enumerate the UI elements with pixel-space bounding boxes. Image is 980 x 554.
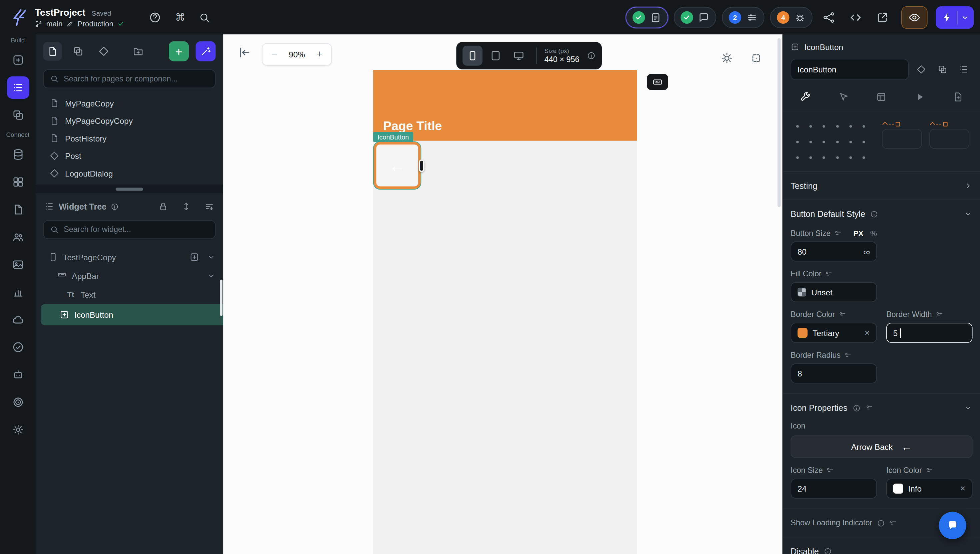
canvas-settings-button[interactable] bbox=[750, 52, 762, 64]
size-info-icon[interactable] bbox=[587, 51, 595, 60]
zoom-out-button[interactable]: − bbox=[266, 45, 282, 64]
border-width-input[interactable]: 5 bbox=[886, 323, 973, 343]
infinity-icon[interactable]: ∞ bbox=[863, 246, 870, 257]
rail-tests-button[interactable] bbox=[7, 364, 29, 386]
add-page-button[interactable]: + bbox=[169, 42, 189, 61]
border-color-input[interactable]: Tertiary ✕ bbox=[791, 323, 877, 343]
page-list-item[interactable]: PostHistory bbox=[36, 129, 223, 147]
canvas-size-value[interactable]: 440 × 956 bbox=[544, 55, 579, 64]
section-button-style[interactable]: Button Default Style bbox=[783, 200, 980, 228]
command-palette-icon[interactable]: ⌘ bbox=[175, 12, 185, 22]
tab-layout[interactable] bbox=[869, 84, 894, 109]
tab-animations[interactable] bbox=[907, 84, 932, 109]
create-component-button[interactable] bbox=[913, 61, 930, 78]
border-radius-input[interactable]: 8 bbox=[791, 364, 877, 383]
flutterflow-logo[interactable] bbox=[9, 6, 29, 29]
support-chat-button[interactable] bbox=[939, 512, 966, 539]
icon-color-input[interactable]: Info ✕ bbox=[886, 479, 973, 499]
selected-iconbutton-widget[interactable]: IconButton ← bbox=[374, 142, 421, 189]
environment-name[interactable]: Production bbox=[77, 19, 113, 28]
project-health-button[interactable] bbox=[625, 7, 668, 28]
set-from-variable-icon[interactable] bbox=[844, 351, 852, 359]
chevron-down-icon[interactable] bbox=[207, 253, 215, 261]
search-icon[interactable] bbox=[199, 12, 210, 23]
code-view-button[interactable] bbox=[845, 7, 866, 28]
unit-px[interactable]: PX bbox=[853, 229, 863, 238]
project-name[interactable]: TestProject bbox=[35, 7, 85, 18]
widget-tree-toggle-button[interactable] bbox=[955, 61, 972, 78]
canvas[interactable]: − 90% + Size (px) 440 × 956 Page bbox=[223, 34, 783, 554]
fill-color-unset-input[interactable]: Unset bbox=[791, 282, 877, 302]
zoom-in-button[interactable]: + bbox=[311, 45, 328, 64]
tree-node-iconbutton[interactable]: IconButton bbox=[41, 304, 223, 326]
branch-name[interactable]: main bbox=[46, 19, 63, 28]
widget-name-input[interactable]: IconButton bbox=[791, 59, 908, 80]
rail-files-button[interactable] bbox=[7, 198, 29, 220]
issues-button[interactable]: 4 bbox=[770, 7, 812, 28]
widget-search-input[interactable] bbox=[64, 225, 209, 234]
set-from-variable-icon[interactable] bbox=[935, 311, 943, 319]
component-list-item[interactable]: LogoutDialog bbox=[36, 164, 223, 182]
set-from-variable-icon[interactable] bbox=[838, 311, 846, 319]
breadcrumb-widget-name[interactable]: IconButton bbox=[804, 42, 843, 52]
padding-input[interactable] bbox=[929, 129, 969, 149]
info-icon[interactable] bbox=[852, 404, 860, 412]
run-button[interactable] bbox=[935, 6, 974, 29]
padding-input[interactable] bbox=[882, 129, 922, 149]
open-app-button[interactable] bbox=[872, 7, 893, 28]
chevron-down-icon[interactable] bbox=[207, 271, 215, 280]
rail-media-button[interactable] bbox=[7, 253, 29, 276]
iconbutton-preview[interactable]: ← bbox=[374, 142, 421, 189]
info-icon[interactable] bbox=[870, 210, 878, 218]
set-from-variable-icon[interactable] bbox=[865, 404, 873, 412]
comments-button[interactable] bbox=[674, 7, 716, 28]
info-icon[interactable] bbox=[824, 547, 832, 554]
add-widget-icon[interactable] bbox=[189, 252, 199, 262]
zoom-level[interactable]: 90% bbox=[285, 50, 309, 59]
info-icon[interactable] bbox=[111, 202, 119, 210]
device-tablet-button[interactable] bbox=[485, 46, 506, 66]
resize-handle[interactable] bbox=[419, 159, 425, 172]
preview-page-title[interactable]: Page Title bbox=[383, 119, 442, 133]
pages-tab-button[interactable] bbox=[43, 42, 62, 61]
expand-collapse-icon[interactable] bbox=[181, 201, 191, 212]
edit-environment-icon[interactable] bbox=[66, 20, 74, 27]
templates-tab-button[interactable] bbox=[94, 42, 113, 61]
set-from-variable-icon[interactable] bbox=[825, 270, 833, 278]
icon-size-input[interactable]: 24 bbox=[791, 479, 877, 499]
tab-documentation[interactable] bbox=[946, 84, 970, 109]
rail-cloud-functions-button[interactable] bbox=[7, 308, 29, 331]
section-testing[interactable]: Testing bbox=[783, 172, 980, 199]
button-size-input[interactable]: 80 ∞ bbox=[791, 242, 877, 262]
rail-components-button[interactable] bbox=[7, 104, 29, 126]
add-folder-button[interactable] bbox=[129, 42, 147, 61]
unit-percent[interactable]: % bbox=[870, 229, 877, 238]
lock-select-icon[interactable] bbox=[158, 201, 168, 212]
component-list-item[interactable]: Post bbox=[36, 147, 223, 164]
run-options-chevron-icon[interactable] bbox=[958, 6, 973, 29]
rail-settings-button[interactable] bbox=[7, 418, 29, 441]
device-desktop-button[interactable] bbox=[509, 46, 529, 66]
clear-border-color-icon[interactable]: ✕ bbox=[864, 329, 870, 337]
help-icon[interactable] bbox=[149, 11, 161, 23]
rail-database-button[interactable] bbox=[7, 143, 29, 166]
rail-team-button[interactable] bbox=[7, 226, 29, 248]
ai-page-generate-button[interactable] bbox=[196, 42, 216, 61]
section-icon-properties[interactable]: Icon Properties bbox=[783, 394, 980, 421]
preview-button[interactable] bbox=[901, 6, 928, 29]
panel-scrollbar-thumb[interactable] bbox=[220, 280, 223, 316]
todos-button[interactable]: 2 bbox=[722, 7, 764, 28]
light-dark-toggle[interactable] bbox=[721, 52, 733, 64]
clear-icon-color-icon[interactable]: ✕ bbox=[960, 485, 966, 493]
tree-node-page[interactable]: TestPageCopy bbox=[36, 247, 223, 266]
section-disable[interactable]: Disable bbox=[783, 537, 980, 554]
device-phone-button[interactable] bbox=[463, 46, 482, 66]
rail-data-types-button[interactable] bbox=[7, 171, 29, 193]
component-actions-button[interactable] bbox=[934, 61, 951, 78]
info-icon[interactable] bbox=[877, 519, 885, 527]
lightning-icon[interactable] bbox=[937, 6, 957, 29]
page-list-item[interactable]: MyPageCopy bbox=[36, 94, 223, 112]
tree-node-appbar[interactable]: AppBar bbox=[36, 266, 223, 285]
rail-debug-button[interactable] bbox=[7, 391, 29, 414]
set-from-variable-icon[interactable] bbox=[827, 466, 835, 474]
